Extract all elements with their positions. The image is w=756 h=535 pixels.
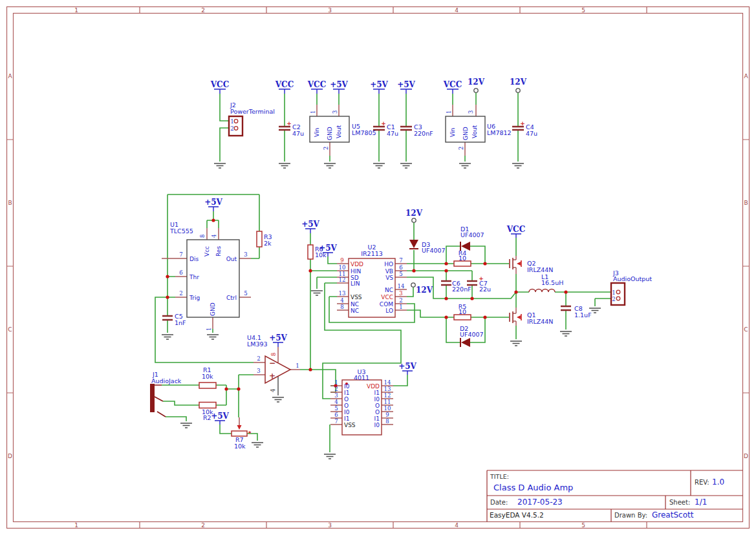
pin-number: 13 [384,386,391,392]
pin-number: 10 [384,405,391,412]
frame-row-label: A [8,73,12,79]
schematic-sheet: 1 2 3 4 5 1 2 3 4 5 A B C D A B C D [0,0,756,535]
pin-number: 7 [399,257,402,264]
schematic-canvas: 1 2 3 4 5 1 2 3 4 5 A B C D A B C D [0,0,756,535]
pin-number: 8 [270,353,277,356]
component-label: R1 [203,366,211,373]
net-label: +5V [370,80,388,89]
resistor-r6 [308,245,313,259]
title-block: TITLE: Class D Audio Amp REV: 1.0 Date: … [487,470,743,522]
component-label: U2 [368,244,376,251]
pin-number: 14 [384,379,391,386]
net-label: VCC [210,80,229,89]
pin-number: 3 [257,368,260,374]
pin-number: 5 [399,271,402,277]
pin-number: 12 [384,392,391,399]
component-label: U5 [352,123,360,130]
pin-number: 10 [339,264,346,271]
net-label: VCC [443,80,462,89]
frame-col-label: 1 [74,7,78,14]
diode-d3 [409,240,418,249]
pin-number: 2 [179,290,182,297]
component-label: UF4007 [460,331,484,338]
component-label: U3 [358,368,366,375]
pin-number: 3 [399,290,402,297]
component-label: LM7805 [352,129,376,136]
net-label: VCC [506,225,525,234]
frame-col-label: 2 [201,522,205,529]
component-label: 1.1uF [574,311,592,319]
pin-number: 7 [179,251,182,258]
component-label: U6 [487,123,495,130]
component-label: R5 [459,303,467,310]
net-label: VCC [275,80,294,89]
pin-number: 9 [385,412,389,418]
sheet-title: Class D Audio Amp [493,483,573,492]
ic-u2-ir2113 [349,258,395,317]
component-label: TLC555 [169,227,193,235]
component-label: R7 [235,436,244,443]
resistor-r5 [454,315,471,320]
component-label: C8 [574,305,583,312]
ic-u1-tlc555 [187,240,239,317]
frame-col-label: 1 [74,522,78,529]
frame-col-label: 5 [581,522,585,529]
tool-version: EasyEDA V4.5.2 [490,511,544,519]
component-label: 1nF [175,319,186,326]
frame-row-label: C [8,326,12,333]
component-label: 47u [387,130,398,137]
pin-number: 8 [199,235,206,238]
component-label: 47u [292,130,304,137]
pin-number: 3 [334,392,338,399]
resistor-r4 [454,261,471,266]
component-label: 10k [202,408,213,415]
component-label: 47u [526,130,537,137]
pin-number: 14 [398,283,405,289]
net-label: +5V [397,80,415,89]
pin-number: 6 [179,269,182,276]
rev-label: REV: [695,479,709,486]
pin-number: 1 [446,110,452,114]
pin-number: 7 [334,418,338,425]
frame-row-label: D [744,453,748,459]
pin-number: 3 [468,110,474,114]
pin-number: 8 [385,418,389,425]
drawn-by-label: Drawn By: [614,512,647,519]
pin-number: 6 [334,412,338,418]
component-label: C5 [175,313,183,320]
frame-col-label: 2 [201,7,205,14]
component-label: R4 [459,249,467,257]
frame-col-label: 3 [328,7,332,14]
frame-col-label: 5 [581,7,585,14]
component-label: R3 [264,233,272,240]
pin-number: 13 [339,290,346,297]
component-label: D1 [460,226,469,233]
polarity-mark: + [381,120,386,127]
frame-row-label: D [8,453,12,459]
net-label: 12V [416,286,433,295]
sheet-label: Sheet: [669,499,690,506]
net-label: +5V [319,244,337,253]
component-label: 2k [264,240,272,247]
frame-row-label: C [744,326,748,333]
component-label: C6 [452,280,460,287]
pin-number: 1 [296,362,299,369]
resistor-r2 [199,403,216,408]
frame-col-label: 3 [328,522,332,529]
component-label: U1 [170,221,178,228]
resistor-r1 [199,383,216,388]
diode-d2 [460,338,470,347]
component-label: C7 [479,280,488,287]
frame-col-label: 4 [455,7,459,14]
date-label: Date: [490,499,508,506]
pin-number: 2 [399,297,402,304]
pin-number: 9 [340,257,343,264]
pin-number: 2 [323,147,329,150]
component-label: D3 [422,241,430,248]
component-label: 22u [479,286,491,293]
title-label: TITLE: [490,473,509,480]
component-label: PowerTerminal [230,108,275,115]
pin-number: 4 [334,399,338,405]
component-label: J1 [152,371,158,378]
component-label: UF4007 [460,231,484,238]
